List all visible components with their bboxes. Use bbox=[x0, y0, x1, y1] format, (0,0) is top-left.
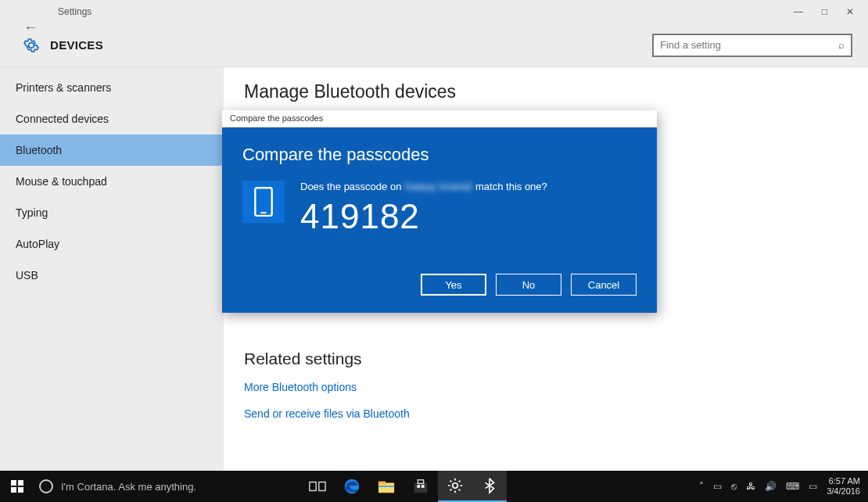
sidebar-item-label: Typing bbox=[16, 206, 48, 219]
svg-rect-10 bbox=[378, 482, 386, 485]
clock-time: 6:57 AM bbox=[827, 476, 860, 486]
sidebar-item-label: Mouse & touchpad bbox=[16, 175, 107, 188]
app-title: Settings bbox=[58, 6, 91, 17]
clock-date: 3/4/2016 bbox=[827, 486, 860, 497]
dialog-heading: Compare the passcodes bbox=[242, 145, 637, 165]
task-view-icon bbox=[309, 478, 326, 495]
yes-button[interactable]: Yes bbox=[421, 274, 486, 296]
svg-rect-5 bbox=[18, 487, 23, 493]
sidebar-item-label: Connected devices bbox=[16, 113, 109, 125]
titlebar: Settings — □ ✕ bbox=[0, 0, 868, 23]
folder-icon bbox=[378, 478, 395, 495]
svg-rect-9 bbox=[378, 482, 394, 493]
search-box[interactable]: ⌕ bbox=[652, 34, 852, 57]
tray-clock[interactable]: 6:57 AM 3/4/2016 bbox=[827, 476, 860, 497]
svg-rect-0 bbox=[255, 188, 271, 216]
maximize-button[interactable]: □ bbox=[822, 6, 827, 17]
sidebar-item-label: AutoPlay bbox=[16, 238, 59, 250]
dialog-titlebar: Compare the passcodes bbox=[222, 110, 657, 127]
sidebar: Printers & scanners Connected devices Bl… bbox=[0, 67, 224, 471]
sidebar-item-typing[interactable]: Typing bbox=[0, 197, 224, 228]
svg-rect-12 bbox=[414, 482, 428, 493]
close-button[interactable]: ✕ bbox=[846, 6, 854, 17]
taskbar-settings[interactable] bbox=[438, 471, 472, 502]
task-view-button[interactable] bbox=[300, 471, 335, 502]
prompt-prefix: Does the passcode on bbox=[300, 181, 404, 192]
cancel-button[interactable]: Cancel bbox=[571, 274, 637, 296]
svg-rect-15 bbox=[421, 485, 425, 488]
svg-rect-2 bbox=[11, 480, 16, 486]
dialog-buttons: Yes No Cancel bbox=[242, 274, 637, 296]
svg-rect-14 bbox=[417, 485, 420, 488]
tray-keyboard-icon[interactable]: ⌨ bbox=[786, 481, 799, 492]
taskbar: I'm Cortana. Ask me anything. ˄ ▭ ⎋ 🖧 🔊 … bbox=[0, 471, 868, 502]
bluetooth-icon bbox=[481, 477, 498, 494]
passcode: 419182 bbox=[300, 197, 547, 236]
phone-icon bbox=[242, 181, 285, 223]
back-icon[interactable]: ← bbox=[23, 20, 38, 36]
tray-chevron-up-icon[interactable]: ˄ bbox=[699, 481, 704, 492]
sidebar-item-usb[interactable]: USB bbox=[0, 260, 224, 291]
device-name: Galaxy Grand2 bbox=[404, 181, 472, 192]
link-more-bluetooth-options[interactable]: More Bluetooth options bbox=[244, 381, 868, 393]
search-input[interactable] bbox=[660, 39, 838, 51]
svg-rect-7 bbox=[319, 482, 325, 491]
windows-icon bbox=[11, 480, 23, 493]
sidebar-item-label: Bluetooth bbox=[16, 144, 62, 156]
gear-icon bbox=[23, 38, 39, 53]
sidebar-item-connected-devices[interactable]: Connected devices bbox=[0, 103, 224, 134]
taskbar-store[interactable] bbox=[404, 471, 438, 502]
tray-network-icon[interactable]: 🖧 bbox=[746, 481, 755, 492]
svg-rect-1 bbox=[260, 212, 266, 213]
settings-window: Settings — □ ✕ ← DEVICES ⌕ Printers & sc… bbox=[0, 0, 868, 471]
tray-wifi-icon[interactable]: ⎋ bbox=[731, 481, 737, 492]
minimize-button[interactable]: — bbox=[794, 6, 803, 17]
svg-rect-3 bbox=[18, 480, 23, 486]
svg-point-16 bbox=[453, 483, 457, 488]
sidebar-item-printers[interactable]: Printers & scanners bbox=[0, 72, 224, 103]
window-controls: — □ ✕ bbox=[794, 6, 863, 17]
cortana-icon bbox=[39, 479, 53, 493]
sidebar-item-label: USB bbox=[16, 269, 38, 281]
svg-rect-4 bbox=[11, 487, 16, 493]
header: DEVICES ⌕ bbox=[0, 23, 868, 67]
system-tray: ˄ ▭ ⎋ 🖧 🔊 ⌨ ▭ 6:57 AM 3/4/2016 bbox=[699, 476, 868, 497]
start-button[interactable] bbox=[0, 471, 34, 502]
section-title: DEVICES bbox=[50, 38, 103, 52]
cortana-search[interactable]: I'm Cortana. Ask me anything. bbox=[34, 471, 300, 502]
gear-icon bbox=[447, 477, 464, 494]
svg-rect-6 bbox=[310, 482, 316, 491]
taskbar-bluetooth[interactable] bbox=[472, 471, 507, 502]
sidebar-item-mouse-touchpad[interactable]: Mouse & touchpad bbox=[0, 166, 224, 197]
sidebar-item-bluetooth[interactable]: Bluetooth bbox=[0, 134, 224, 166]
store-icon bbox=[412, 478, 429, 495]
tray-action-center-icon[interactable]: ▭ bbox=[809, 481, 817, 492]
related-heading: Related settings bbox=[244, 350, 868, 368]
svg-rect-11 bbox=[378, 486, 394, 487]
search-icon: ⌕ bbox=[838, 39, 845, 51]
dialog-prompt: Does the passcode on Galaxy Grand2 match… bbox=[300, 181, 547, 192]
tray-battery-icon[interactable]: ▭ bbox=[713, 481, 722, 492]
cortana-placeholder: I'm Cortana. Ask me anything. bbox=[61, 481, 196, 493]
sidebar-item-autoplay[interactable]: AutoPlay bbox=[0, 228, 224, 260]
tray-volume-icon[interactable]: 🔊 bbox=[765, 481, 777, 492]
sidebar-item-label: Printers & scanners bbox=[16, 81, 111, 94]
no-button[interactable]: No bbox=[496, 274, 561, 296]
edge-icon bbox=[343, 478, 360, 495]
taskbar-edge[interactable] bbox=[335, 471, 369, 502]
link-send-receive-files[interactable]: Send or receive files via Bluetooth bbox=[244, 407, 868, 420]
dialog-body: Compare the passcodes Does the passcode … bbox=[222, 127, 657, 313]
prompt-suffix: match this one? bbox=[472, 181, 547, 192]
pairing-dialog: Compare the passcodes Compare the passco… bbox=[222, 110, 657, 313]
taskbar-file-explorer[interactable] bbox=[369, 471, 404, 502]
page-heading: Manage Bluetooth devices bbox=[244, 81, 868, 102]
